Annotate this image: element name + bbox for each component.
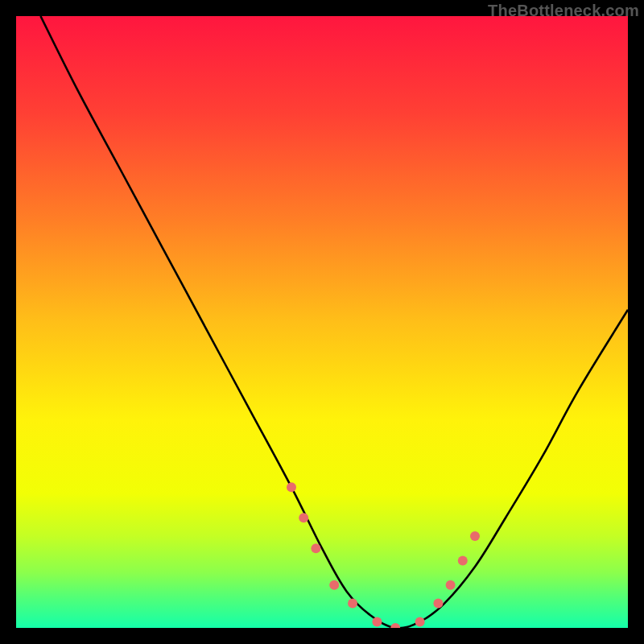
scatter-point [311, 543, 320, 553]
scatter-point [329, 580, 339, 590]
scatter-point [372, 617, 382, 626]
chart-svg [16, 16, 628, 628]
scatter-point [470, 531, 480, 541]
scatter-point [415, 617, 425, 626]
scatter-point [458, 555, 468, 565]
watermark-text: TheBottleneck.com [488, 2, 639, 20]
chart-frame [16, 16, 628, 628]
scatter-point [299, 513, 308, 522]
scatter-point [348, 599, 357, 609]
scatter-point [433, 599, 443, 609]
scatter-point [446, 580, 456, 590]
scatter-point [287, 482, 296, 492]
chart-background [16, 16, 628, 628]
